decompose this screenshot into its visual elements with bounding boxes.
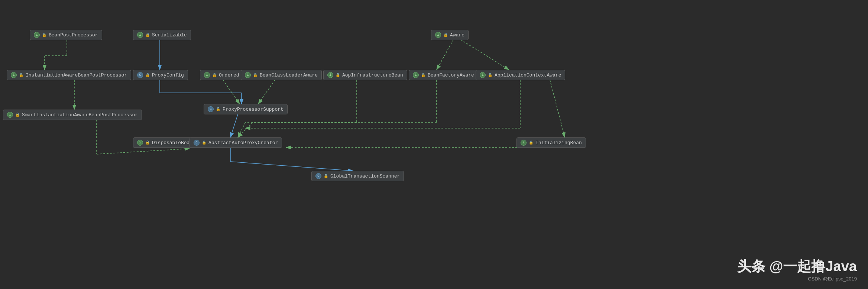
node-label: GlobalTransactionScanner: [330, 173, 400, 179]
svg-line-16: [461, 40, 509, 70]
diagram-container: i 🔒 BeanPostProcessor i 🔒 Serializable i…: [0, 0, 868, 289]
svg-line-22: [550, 80, 565, 137]
icon-class: C: [208, 106, 214, 112]
node-label: BeanFactoryAware: [428, 72, 474, 78]
lock-icon: 🔒: [336, 73, 340, 77]
node-label: Aware: [450, 32, 464, 38]
node-GlobalTransactionScanner: C 🔒 GlobalTransactionScanner: [311, 171, 404, 181]
node-label: AopInfrastructureBean: [342, 72, 403, 78]
lock-icon: 🔒: [488, 73, 492, 77]
svg-line-23: [230, 114, 238, 137]
lock-icon: 🔒: [253, 73, 258, 77]
node-Aware: i 🔒 Aware: [431, 30, 469, 40]
icon-interface: i: [521, 140, 527, 146]
svg-line-11: [258, 80, 275, 104]
icon-interface: i: [435, 32, 441, 38]
node-InstantiationAwareBeanPostProcessor: i 🔒 InstantiationAwareBeanPostProcessor: [7, 70, 131, 80]
node-label: ApplicationContextAware: [495, 72, 561, 78]
node-label: SmartInstantiationAwareBeanPostProcessor: [22, 112, 138, 118]
lock-icon: 🔒: [15, 113, 20, 117]
watermark-main: 头条 @一起撸Java: [737, 257, 857, 276]
lock-icon: 🔒: [212, 73, 217, 77]
lock-icon: 🔒: [202, 140, 206, 145]
svg-line-19: [238, 123, 245, 137]
lock-icon: 🔒: [145, 73, 150, 77]
node-DisposableBean: i 🔒 DisposableBean: [133, 137, 197, 148]
lock-icon: 🔒: [42, 33, 46, 37]
icon-interface: i: [480, 72, 486, 78]
lock-icon: 🔒: [145, 140, 150, 145]
lock-icon: 🔒: [324, 174, 328, 178]
svg-line-15: [437, 40, 453, 70]
node-BeanPostProcessor: i 🔒 BeanPostProcessor: [30, 30, 102, 40]
node-ProxyProcessorSupport: C 🔒 ProxyProcessorSupport: [204, 104, 288, 114]
node-SmartInstantiationAwareBeanPostProcessor: i 🔒 SmartInstantiationAwareBeanPostProce…: [3, 110, 142, 120]
icon-interface: i: [137, 140, 143, 146]
lock-icon: 🔒: [529, 140, 533, 145]
icon-interface: i: [204, 72, 210, 78]
icon-interface: i: [11, 72, 17, 78]
connections-svg: [0, 0, 868, 289]
node-label: InstantiationAwareBeanPostProcessor: [26, 72, 127, 78]
node-label: AbstractAutoProxyCreator: [208, 140, 278, 146]
node-label: DisposableBean: [152, 140, 192, 146]
node-BeanClassLoaderAware: i 🔒 BeanClassLoaderAware: [241, 70, 322, 80]
node-InitializingBean: i 🔒 InitializingBean: [516, 137, 586, 148]
lock-icon: 🔒: [443, 33, 448, 37]
svg-line-10: [223, 80, 240, 104]
icon-interface: i: [413, 72, 419, 78]
node-ApplicationContextAware: i 🔒 ApplicationContextAware: [476, 70, 565, 80]
svg-line-25: [97, 149, 190, 154]
icon-interface: i: [245, 72, 251, 78]
watermark-sub: CSDN @Eclipse_2019: [737, 276, 857, 282]
icon-interface: i: [34, 32, 40, 38]
node-label: BeanPostProcessor: [49, 32, 98, 38]
node-Ordered: i 🔒 Ordered: [200, 70, 243, 80]
svg-line-14: [238, 123, 253, 137]
icon-class: C: [315, 173, 321, 179]
lock-icon: 🔒: [19, 73, 23, 77]
lock-icon: 🔒: [421, 73, 425, 77]
node-Serializable: i 🔒 Serializable: [133, 30, 191, 40]
node-label: InitializingBean: [535, 140, 582, 146]
icon-class: C: [137, 72, 143, 78]
node-label: ProxyConfig: [152, 72, 184, 78]
watermark: 头条 @一起撸Java CSDN @Eclipse_2019: [737, 257, 857, 282]
icon-interface: i: [137, 32, 143, 38]
icon-interface: i: [7, 112, 13, 118]
node-label: Ordered: [219, 72, 239, 78]
lock-icon: 🔒: [216, 107, 220, 111]
node-label: BeanClassLoaderAware: [260, 72, 318, 78]
node-AopInfrastructureBean: i 🔒 AopInfrastructureBean: [323, 70, 407, 80]
node-ProxyConfig: C 🔒 ProxyConfig: [133, 70, 188, 80]
icon-abstract: C: [194, 140, 200, 146]
node-AbstractAutoProxyCreator: C 🔒 AbstractAutoProxyCreator: [190, 137, 282, 148]
lock-icon: 🔒: [145, 33, 150, 37]
node-label: Serializable: [152, 32, 187, 38]
node-BeanFactoryAware: i 🔒 BeanFactoryAware: [409, 70, 478, 80]
icon-interface: i: [327, 72, 333, 78]
svg-line-29: [230, 162, 353, 171]
node-label: ProxyProcessorSupport: [223, 107, 284, 112]
